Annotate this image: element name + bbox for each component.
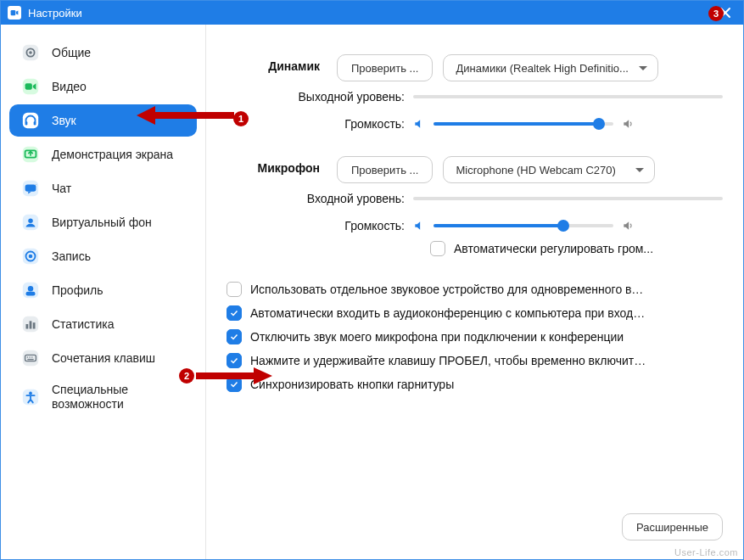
annotation-badge-1: 1 (233, 111, 249, 126)
sidebar-item-label: Запись (52, 249, 91, 264)
option-mute-on-join-checkbox[interactable] (227, 329, 242, 344)
advanced-button[interactable]: Расширенные (622, 513, 723, 540)
option-separate-device-checkbox[interactable] (227, 282, 242, 297)
microphone-section: Микрофон Проверить ... Microphone (HD We… (227, 156, 723, 256)
annotation-badge-3: 3 (708, 6, 724, 21)
svg-point-3 (29, 51, 32, 54)
option-label: Нажмите и удерживайте клавишу ПРОБЕЛ, чт… (250, 354, 649, 367)
svg-rect-12 (25, 184, 36, 191)
annotation-arrow-2 (196, 365, 272, 387)
speaker-device-select[interactable]: Динамики (Realtek High Definitio... (443, 54, 657, 81)
option-auto-join-audio-checkbox[interactable] (227, 305, 242, 321)
svg-rect-5 (25, 83, 32, 89)
sidebar-item-profile[interactable]: Профиль (9, 274, 197, 306)
option-label: Синхронизировать кнопки гарнитуры (250, 378, 454, 391)
speaker-heading: Динамик (227, 54, 337, 81)
volume-high-icon (622, 220, 634, 232)
speaker-output-level-label: Выходной уровень: (227, 90, 413, 104)
sidebar-item-label: Профиль (52, 283, 103, 298)
svg-rect-0 (11, 10, 16, 15)
sidebar-item-chat[interactable]: Чат (9, 172, 197, 204)
sidebar-item-label: Сочетания клавиш (52, 351, 155, 366)
svg-point-28 (29, 356, 30, 357)
speaker-device-value: Динамики (Realtek High Definitio... (456, 62, 628, 75)
speaker-volume-slider[interactable] (434, 122, 613, 126)
app-icon (8, 6, 21, 20)
keyboard-icon (21, 349, 40, 367)
content: Динамик Проверить ... Динамики (Realtek … (206, 25, 743, 559)
svg-rect-30 (27, 359, 33, 360)
options-list: Использовать отдельное звуковое устройст… (227, 282, 723, 392)
volume-high-icon (622, 118, 634, 130)
svg-rect-20 (26, 292, 36, 296)
screen-share-icon (21, 145, 40, 164)
sidebar-item-recording[interactable]: Запись (9, 240, 197, 272)
option-label: Использовать отдельное звуковое устройст… (250, 283, 649, 296)
sidebar-item-virtual-bg[interactable]: Виртуальный фон (9, 206, 197, 238)
auto-adjust-checkbox[interactable] (430, 241, 445, 256)
speaker-output-level-meter (413, 95, 723, 98)
volume-low-icon (413, 118, 425, 130)
svg-rect-22 (26, 324, 29, 329)
svg-point-27 (27, 356, 28, 357)
annotation-badge-2: 2 (179, 368, 194, 384)
profile-icon (21, 281, 40, 300)
svg-rect-7 (25, 121, 28, 126)
sidebar-item-shortcuts[interactable]: Сочетания клавиш (9, 342, 197, 374)
gear-icon (21, 43, 40, 62)
watermark: User-Life.com (674, 547, 738, 557)
sidebar-item-stats[interactable]: Статистика (9, 308, 197, 340)
video-icon (21, 77, 40, 96)
sidebar-item-label: Виртуальный фон (52, 216, 152, 230)
microphone-input-level-label: Входной уровень: (227, 192, 413, 205)
chat-icon (21, 179, 40, 198)
headphones-icon (21, 111, 40, 130)
microphone-device-value: Microphone (HD Webcam C270) (456, 164, 615, 176)
svg-point-29 (31, 356, 32, 357)
svg-point-19 (28, 286, 33, 291)
sidebar-item-screenshare[interactable]: Демонстрация экрана (9, 138, 197, 171)
annotation-arrow-1 (137, 103, 238, 128)
volume-low-icon (413, 220, 425, 232)
microphone-volume-slider[interactable] (434, 224, 613, 227)
stats-icon (21, 315, 40, 333)
main: Общие Видео Звук Демонстрация экрана Чат… (1, 25, 743, 559)
option-label: Автоматически входить в аудиоконференцию… (250, 306, 649, 320)
sidebar-item-general[interactable]: Общие (9, 36, 197, 69)
sidebar-item-accessibility[interactable]: Специальные возможности (9, 376, 197, 418)
microphone-volume-label: Громкость: (227, 219, 413, 232)
accessibility-icon (21, 388, 40, 406)
microphone-heading: Микрофон (227, 156, 337, 183)
record-icon (21, 247, 40, 266)
window-title: Настройки (28, 7, 714, 20)
option-label: Отключить звук моего микрофона при подкл… (250, 330, 624, 344)
sidebar-item-label: Демонстрация экрана (52, 148, 173, 162)
microphone-test-button[interactable]: Проверить ... (337, 156, 433, 183)
sidebar-item-label: Общие (52, 46, 91, 60)
svg-rect-23 (30, 321, 32, 328)
virtual-bg-icon (21, 213, 40, 232)
sidebar-item-video[interactable]: Видео (9, 70, 197, 103)
sidebar-item-label: Специальные возможности (52, 383, 185, 412)
titlebar: Настройки (1, 1, 743, 25)
svg-point-14 (28, 218, 33, 223)
microphone-input-level-meter (413, 197, 723, 200)
svg-rect-24 (33, 322, 36, 328)
sidebar-item-label: Статистика (52, 317, 115, 332)
speaker-test-button[interactable]: Проверить ... (337, 54, 433, 81)
speaker-volume-label: Громкость: (227, 117, 413, 131)
microphone-device-select[interactable]: Microphone (HD Webcam C270) (443, 156, 655, 183)
sidebar-item-label: Звук (52, 114, 76, 128)
sidebar-item-label: Видео (52, 80, 87, 94)
auto-adjust-label: Автоматически регулировать гром... (454, 242, 653, 255)
svg-rect-8 (34, 121, 36, 126)
sidebar-item-label: Чат (52, 182, 71, 196)
svg-point-32 (29, 391, 32, 395)
svg-point-17 (29, 255, 33, 259)
speaker-section: Динамик Проверить ... Динамики (Realtek … (227, 54, 723, 131)
